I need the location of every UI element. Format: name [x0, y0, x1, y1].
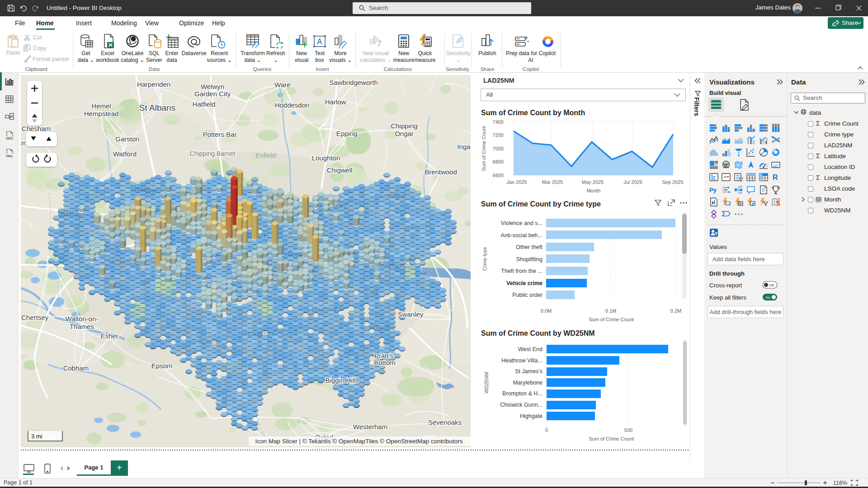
svg-text:Harlow: Harlow: [325, 98, 346, 106]
svg-text:R: R: [773, 174, 778, 181]
svg-text:Py: Py: [709, 187, 717, 193]
svg-text:Chertsey: Chertsey: [21, 314, 49, 321]
svg-text:Hatfield: Hatfield: [193, 100, 216, 108]
svg-text:Enfield: Enfield: [255, 151, 276, 159]
svg-text:TMDL: TMDL: [5, 155, 13, 157]
svg-text:0.2M: 0.2M: [670, 308, 681, 314]
svg-text:Sum of Crime Count by WD25NM: Sum of Crime Count by WD25NM: [481, 329, 595, 337]
svg-text:Garden City: Garden City: [194, 90, 231, 98]
svg-text:Epsom: Epsom: [151, 362, 173, 370]
svg-text:Heathrow Villa...: Heathrow Villa...: [501, 357, 542, 364]
svg-text:7000: 7000: [493, 146, 504, 151]
svg-text:Harrow: Harrow: [135, 186, 157, 193]
svg-text:Garston: Garston: [115, 135, 139, 143]
svg-text:St Albans: St Albans: [139, 103, 175, 113]
svg-text:Sawbridgeworth: Sawbridgeworth: [329, 79, 378, 86]
svg-text:Bottom: Bottom: [374, 359, 396, 366]
svg-text:Sum of Crime Count: Sum of Crime Count: [589, 436, 634, 441]
svg-text:St James's: St James's: [515, 368, 542, 375]
svg-text:Highgate: Highgate: [520, 413, 542, 419]
svg-text:Anti-social beh...: Anti-social beh...: [501, 232, 542, 239]
svg-text:Jan 2025: Jan 2025: [506, 179, 527, 185]
svg-text:Harpenden: Harpenden: [137, 80, 170, 88]
svg-text:Public order: Public order: [512, 292, 542, 298]
svg-text:123: 123: [726, 202, 731, 205]
svg-text:Sep 2025: Sep 2025: [662, 179, 683, 185]
svg-text:Chipping: Chipping: [391, 122, 417, 130]
svg-text:Biggin Hill: Biggin Hill: [326, 376, 356, 384]
svg-text:Sidcup: Sidcup: [357, 288, 377, 296]
svg-text:Westerham: Westerham: [353, 423, 387, 431]
svg-text:WD25NM: WD25NM: [484, 372, 489, 394]
svg-text:Potters Bar: Potters Bar: [203, 131, 236, 138]
svg-text:Violence and s...: Violence and s...: [501, 220, 542, 226]
svg-text:Icon Map Slicer | © Tekantis ©: Icon Map Slicer | © Tekantis © OpenMapTi…: [255, 438, 463, 445]
svg-text:All: All: [486, 91, 493, 98]
svg-text:May 2025: May 2025: [582, 179, 604, 185]
svg-text:Thames: Thames: [70, 323, 94, 330]
svg-text:6600: 6600: [493, 173, 504, 178]
svg-text:Chiswick Gunn...: Chiswick Gunn...: [500, 402, 542, 408]
svg-text:Chigwell: Chigwell: [327, 166, 353, 174]
svg-text:Sum of Crime Count: Sum of Crime Count: [481, 126, 486, 171]
svg-text:500: 500: [624, 427, 632, 433]
svg-text:Sutton: Sutton: [198, 338, 217, 345]
svg-text:Brompton & H...: Brompton & H...: [502, 390, 542, 397]
svg-text:DAX: DAX: [6, 136, 12, 140]
svg-text:Hempstead: Hempstead: [84, 110, 119, 117]
svg-text:Inga: Inga: [457, 143, 471, 150]
svg-text:Esher: Esher: [100, 332, 118, 340]
svg-text:Loughton: Loughton: [312, 154, 340, 162]
svg-text:Cobham: Cobham: [63, 364, 89, 372]
svg-text:Sevenoaks: Sevenoaks: [428, 418, 462, 426]
svg-text:Jul 2025: Jul 2025: [623, 179, 642, 185]
svg-text:On: On: [765, 296, 770, 300]
svg-text:West End: West End: [518, 346, 542, 352]
svg-text:Chesham: Chesham: [22, 125, 51, 132]
svg-text:Watford: Watford: [113, 150, 137, 158]
svg-text:Bromley: Bromley: [311, 305, 337, 313]
svg-text:Swanley: Swanley: [398, 310, 424, 318]
svg-text:Sum of Crime Count by Crime ty: Sum of Crime Count by Crime type: [481, 200, 601, 208]
svg-text:LAD25NM: LAD25NM: [483, 77, 514, 84]
svg-text:0.1M: 0.1M: [605, 308, 616, 314]
svg-text:6800: 6800: [493, 159, 504, 164]
svg-text:123: 123: [773, 164, 778, 167]
svg-text:0: 0: [545, 427, 548, 433]
svg-text:Chipping Barnet: Chipping Barnet: [190, 150, 236, 157]
svg-text:Month: Month: [587, 188, 601, 193]
svg-text:7400: 7400: [493, 119, 504, 125]
svg-text:Shoplifting: Shoplifting: [516, 256, 542, 263]
svg-text:Theft from the ...: Theft from the ...: [501, 268, 542, 274]
svg-text:Orpington: Orpington: [361, 323, 391, 331]
svg-text:3 mi: 3 mi: [31, 433, 42, 440]
svg-text:Romford: Romford: [379, 192, 405, 200]
svg-text:Sum of Crime Count: Sum of Crime Count: [589, 317, 634, 322]
svg-text:0.0M: 0.0M: [541, 308, 552, 314]
svg-text:Mar 2025: Mar 2025: [542, 179, 563, 185]
svg-text:Epping: Epping: [336, 130, 358, 137]
svg-text:Walton-on-: Walton-on-: [66, 315, 99, 323]
svg-text:7200: 7200: [493, 132, 504, 138]
svg-text:Marylebone: Marylebone: [513, 380, 542, 386]
svg-text:Off: Off: [769, 283, 774, 287]
svg-text:Vehicle crime: Vehicle crime: [506, 280, 542, 286]
svg-text:Hoddesdon: Hoddesdon: [275, 101, 310, 109]
svg-text:Ware: Ware: [274, 81, 290, 89]
svg-text:Welwyn: Welwyn: [201, 83, 224, 90]
svg-text:Other theft: Other theft: [516, 244, 543, 250]
svg-text:Croydon: Croydon: [248, 330, 274, 338]
svg-text:Hemel: Hemel: [91, 102, 111, 110]
svg-text:Ongar: Ongar: [395, 130, 414, 137]
svg-text:Crime type: Crime type: [482, 247, 487, 271]
svg-text:Brentwood: Brentwood: [425, 168, 457, 176]
svg-text:Sum of Crime Count by Month: Sum of Crime Count by Month: [481, 109, 585, 117]
